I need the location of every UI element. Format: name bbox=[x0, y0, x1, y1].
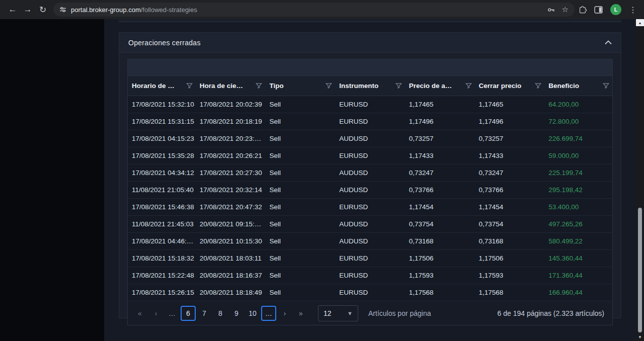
table-cell: 1,17433 bbox=[405, 147, 475, 164]
table-cell: 17/08/2021 20:47:32 bbox=[196, 199, 266, 216]
chevron-up-icon[interactable] bbox=[605, 40, 612, 45]
filter-icon[interactable] bbox=[326, 82, 332, 89]
table-cell: 11/08/2021 21:45:03 bbox=[128, 216, 196, 233]
filter-icon[interactable] bbox=[395, 82, 402, 89]
table-cell: EURUSD bbox=[335, 147, 405, 164]
scroll-down-icon[interactable]: ▼ bbox=[636, 334, 644, 340]
table-cell: 17/08/2021 20:18:19 bbox=[196, 113, 266, 130]
table-cell: Sell bbox=[265, 199, 335, 216]
profile-avatar[interactable]: L bbox=[610, 4, 621, 15]
table-cell: Sell bbox=[265, 147, 335, 164]
table-cell: 166.960,44 bbox=[544, 284, 612, 301]
panel-header[interactable]: Operaciones cerradas bbox=[119, 33, 621, 53]
table-cell: 17/08/2021 20:27:30 bbox=[196, 164, 266, 182]
table-row[interactable]: 11/08/2021 21:45:0320/08/2021 09:15:…Sel… bbox=[128, 216, 612, 233]
table-cell: EURUSD bbox=[335, 267, 405, 284]
extensions-icon[interactable] bbox=[579, 6, 587, 14]
table-row[interactable]: 17/08/2021 15:46:3817/08/2021 20:47:32Se… bbox=[128, 199, 612, 216]
filter-icon[interactable] bbox=[465, 82, 472, 89]
table-cell: 0,73247 bbox=[475, 164, 545, 182]
table-cell: Sell bbox=[265, 216, 335, 233]
table-row[interactable]: 17/08/2021 04:15:2317/08/2021 20:23:…Sel… bbox=[128, 130, 612, 147]
table-cell: EURUSD bbox=[335, 113, 405, 130]
panel-title: Operaciones cerradas bbox=[128, 39, 201, 47]
table-cell: 0,73766 bbox=[405, 182, 475, 199]
table-row[interactable]: 17/08/2021 04:34:1217/08/2021 20:27:30Se… bbox=[128, 164, 612, 182]
table-cell: 0,73257 bbox=[405, 130, 475, 147]
column-header-label: Beneficio bbox=[548, 82, 579, 90]
browser-toolbar: ← → ↻ portal.broker-group.com/followed-s… bbox=[0, 0, 644, 19]
bookmark-star-icon[interactable]: ☆ bbox=[562, 5, 569, 14]
kebab-menu-icon[interactable]: ⋮ bbox=[629, 5, 637, 15]
address-bar[interactable]: portal.broker-group.com/followed-strateg… bbox=[53, 3, 575, 17]
table-row[interactable]: 11/08/2021 21:05:4017/08/2021 20:32:14Se… bbox=[128, 182, 612, 199]
table-cell: Sell bbox=[265, 164, 335, 182]
table-cell: 0,73754 bbox=[405, 216, 475, 233]
trades-table: Horario de …Hora de cie…TipoInstrumentoP… bbox=[128, 76, 612, 301]
table-cell: AUDUSD bbox=[335, 130, 405, 147]
filter-icon[interactable] bbox=[186, 82, 193, 89]
pager-page-10[interactable]: 10 bbox=[245, 306, 260, 321]
scrollbar-thumb[interactable] bbox=[638, 208, 642, 332]
table-row[interactable]: 17/08/2021 15:18:3220/08/2021 18:03:11Se… bbox=[128, 250, 612, 267]
table-cell: 0,73754 bbox=[475, 216, 545, 233]
reload-button[interactable]: ↻ bbox=[35, 2, 50, 17]
previous-panel-edge bbox=[119, 19, 621, 22]
passwords-key-icon[interactable] bbox=[547, 6, 555, 14]
page-size-label: Artículos por página bbox=[368, 309, 431, 317]
url-text[interactable]: portal.broker-group.com/followed-strateg… bbox=[71, 6, 540, 14]
table-cell: 72.800,00 bbox=[544, 113, 612, 130]
table-cell: 1,17593 bbox=[405, 267, 475, 284]
forward-button[interactable]: → bbox=[20, 2, 35, 17]
column-header: Precio de a… bbox=[405, 76, 475, 96]
column-header: Horario de … bbox=[128, 76, 196, 96]
table-row[interactable]: 17/08/2021 15:35:2817/08/2021 20:26:21Se… bbox=[128, 147, 612, 164]
pager-page-8[interactable]: 8 bbox=[213, 306, 228, 321]
table-row[interactable]: 17/08/2021 04:46:…20/08/2021 10:15:30Sel… bbox=[128, 233, 612, 250]
table-cell: 1,17465 bbox=[405, 96, 475, 113]
pager-page-9[interactable]: 9 bbox=[229, 306, 244, 321]
column-header: Beneficio bbox=[544, 76, 612, 96]
url-host: portal.broker-group.com bbox=[71, 6, 141, 14]
back-button[interactable]: ← bbox=[5, 2, 20, 17]
table-cell: 1,17454 bbox=[405, 199, 475, 216]
side-panel-icon[interactable] bbox=[594, 6, 603, 14]
scroll-up-button[interactable]: ▲ bbox=[636, 19, 644, 26]
pager: «‹…678910…›» 12 ▼ Artículos por página 6… bbox=[128, 301, 612, 325]
table-row[interactable]: 17/08/2021 15:32:1017/08/2021 20:02:39Se… bbox=[128, 96, 612, 113]
table-cell: 0,73257 bbox=[475, 130, 545, 147]
pager-buttons: «‹…678910…›» bbox=[132, 306, 309, 321]
column-header-label: Horario de … bbox=[132, 82, 175, 90]
column-header: Instrumento bbox=[335, 76, 405, 96]
filter-icon[interactable] bbox=[256, 82, 262, 89]
table-row[interactable]: 17/08/2021 15:22:4820/08/2021 18:16:37Se… bbox=[128, 267, 612, 284]
table-cell: 580.499,22 bbox=[544, 233, 612, 250]
table-row[interactable]: 17/08/2021 15:31:1517/08/2021 20:18:19Se… bbox=[128, 113, 612, 130]
filter-icon[interactable] bbox=[603, 82, 609, 89]
pager-last[interactable]: » bbox=[293, 306, 308, 321]
pager-ellipsis[interactable]: … bbox=[165, 306, 180, 321]
pager-first[interactable]: « bbox=[132, 306, 147, 321]
filter-icon[interactable] bbox=[535, 82, 541, 89]
site-info-icon[interactable] bbox=[59, 6, 66, 13]
table-cell: 145.360,44 bbox=[544, 250, 612, 267]
table-cell: AUDUSD bbox=[335, 164, 405, 182]
table-cell: 1,17496 bbox=[405, 113, 475, 130]
table-cell: 17/08/2021 20:32:14 bbox=[196, 182, 266, 199]
pager-page-7[interactable]: 7 bbox=[197, 306, 212, 321]
scrollbar[interactable]: ▲ ▼ bbox=[636, 19, 644, 341]
table-row[interactable]: 17/08/2021 15:26:1520/08/2021 18:18:49Se… bbox=[128, 284, 612, 301]
pager-next[interactable]: › bbox=[277, 306, 292, 321]
table-body: 17/08/2021 15:32:1017/08/2021 20:02:39Se… bbox=[128, 96, 612, 301]
table-cell: 17/08/2021 20:23:… bbox=[196, 130, 266, 147]
table-cell: Sell bbox=[265, 267, 335, 284]
table-cell: 59.000,00 bbox=[544, 147, 612, 164]
page-size-value: 12 bbox=[324, 309, 332, 317]
page-size-select[interactable]: 12 ▼ bbox=[318, 305, 358, 321]
pager-prev[interactable]: ‹ bbox=[148, 306, 164, 321]
table-cell: 295.198,42 bbox=[544, 182, 612, 199]
column-header: Tipo bbox=[265, 76, 335, 96]
pager-page-6[interactable]: 6 bbox=[181, 306, 196, 321]
pager-ellipsis[interactable]: … bbox=[261, 306, 276, 321]
chevron-down-icon: ▼ bbox=[347, 310, 353, 316]
